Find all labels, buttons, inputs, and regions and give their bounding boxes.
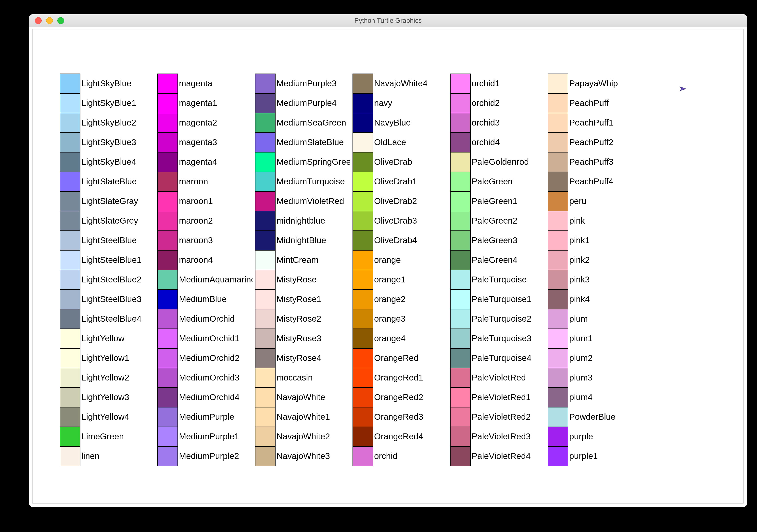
color-label: magenta1 — [178, 93, 253, 113]
color-swatch — [353, 74, 373, 94]
color-swatch — [548, 172, 568, 192]
color-label: LightSteelBlue4 — [80, 309, 141, 329]
color-swatch — [256, 368, 275, 388]
color-swatch — [353, 368, 373, 388]
color-swatch — [60, 447, 80, 466]
color-swatch — [256, 152, 275, 172]
color-swatch — [353, 231, 373, 251]
color-swatch — [451, 133, 470, 152]
color-swatch — [256, 349, 275, 368]
color-label: orchid2 — [471, 93, 531, 113]
color-label: MistyRose3 — [276, 329, 350, 348]
color-label: NavajoWhite2 — [276, 426, 350, 446]
color-label: PeachPuff4 — [568, 172, 618, 191]
color-label: MediumOrchid3 — [178, 368, 253, 387]
color-label: PaleGreen3 — [471, 231, 531, 250]
turtle-cursor-icon — [680, 86, 687, 92]
minimize-icon[interactable] — [46, 17, 53, 24]
color-label: MediumAquamarine — [178, 270, 253, 289]
color-label: maroon3 — [178, 231, 253, 250]
color-swatch — [451, 113, 470, 133]
color-column: orchid1orchid2orchid3orchid4PaleGoldenro… — [450, 74, 548, 466]
color-swatch — [353, 172, 373, 192]
color-swatch — [451, 172, 470, 192]
color-label: NavajoWhite — [276, 387, 350, 407]
color-swatch — [158, 407, 177, 427]
color-label: MediumSeaGreen — [276, 113, 350, 132]
color-label: pink4 — [568, 289, 618, 309]
color-swatch — [158, 388, 177, 407]
color-label: PaleGreen2 — [471, 211, 531, 231]
color-label: midnightblue — [276, 211, 350, 231]
color-swatch — [451, 309, 470, 329]
color-label: MistyRose4 — [276, 348, 350, 368]
color-column: MediumPurple3MediumPurple4MediumSeaGreen… — [255, 74, 352, 466]
color-label: PaleVioletRed4 — [471, 446, 531, 466]
color-swatch — [158, 133, 177, 152]
color-label: OrangeRed1 — [373, 368, 428, 387]
color-swatch — [60, 192, 80, 211]
color-swatch — [60, 211, 80, 231]
swatch-stack — [60, 74, 80, 466]
color-label: PeachPuff1 — [568, 113, 618, 132]
color-label: MistyRose — [276, 270, 350, 289]
window-controls — [29, 17, 64, 24]
zoom-icon[interactable] — [57, 17, 64, 24]
color-label: LightSkyBlue1 — [80, 93, 141, 113]
color-label: magenta — [178, 74, 253, 93]
color-label: OrangeRed3 — [373, 407, 428, 426]
color-label: linen — [80, 446, 141, 466]
color-label: LightSkyBlue — [80, 74, 141, 93]
swatch-stack — [450, 74, 471, 466]
color-swatch — [60, 251, 80, 270]
close-icon[interactable] — [35, 17, 42, 24]
color-label: LightSteelBlue — [80, 231, 141, 250]
color-swatch — [60, 74, 80, 94]
color-swatch — [548, 74, 568, 94]
color-label: MediumBlue — [178, 289, 253, 309]
color-swatch — [256, 211, 275, 231]
color-swatch — [158, 172, 177, 192]
swatch-stack — [157, 74, 178, 466]
color-label: orange — [373, 250, 428, 270]
color-label: orchid — [373, 446, 428, 466]
color-swatch — [451, 290, 470, 309]
color-label: maroon4 — [178, 250, 253, 270]
color-swatch — [353, 447, 373, 466]
color-label: OrangeRed2 — [373, 387, 428, 407]
color-swatch — [60, 172, 80, 192]
color-swatch — [158, 74, 177, 94]
color-label: plum3 — [568, 368, 618, 387]
titlebar: Python Turtle Graphics — [29, 14, 747, 27]
color-label: LightSteelBlue1 — [80, 250, 141, 270]
color-label: PapayaWhip — [568, 74, 618, 93]
swatch-stack — [352, 74, 373, 466]
color-label: pink — [568, 211, 618, 231]
color-label: pink3 — [568, 270, 618, 289]
color-label: orange1 — [373, 270, 428, 289]
color-swatch — [60, 349, 80, 368]
color-swatch — [158, 211, 177, 231]
color-swatch — [353, 192, 373, 211]
color-swatch — [158, 94, 177, 113]
color-label: MediumPurple3 — [276, 74, 350, 93]
color-label: OliveDrab1 — [373, 172, 428, 191]
color-swatch — [256, 231, 275, 251]
color-swatch — [353, 251, 373, 270]
color-swatch — [256, 113, 275, 133]
color-label: PeachPuff — [568, 93, 618, 113]
color-swatch — [158, 152, 177, 172]
color-swatch — [158, 270, 177, 290]
color-label: NavajoWhite1 — [276, 407, 350, 426]
color-swatch — [451, 407, 470, 427]
color-label: orange3 — [373, 309, 428, 329]
color-swatch — [548, 211, 568, 231]
color-label: PaleTurquoise — [471, 270, 531, 289]
color-label: maroon — [178, 172, 253, 191]
color-swatch — [548, 231, 568, 251]
color-label: MediumOrchid2 — [178, 348, 253, 368]
color-swatch — [256, 251, 275, 270]
color-swatch — [353, 113, 373, 133]
color-label: MediumOrchid4 — [178, 387, 253, 407]
color-swatch — [256, 94, 275, 113]
